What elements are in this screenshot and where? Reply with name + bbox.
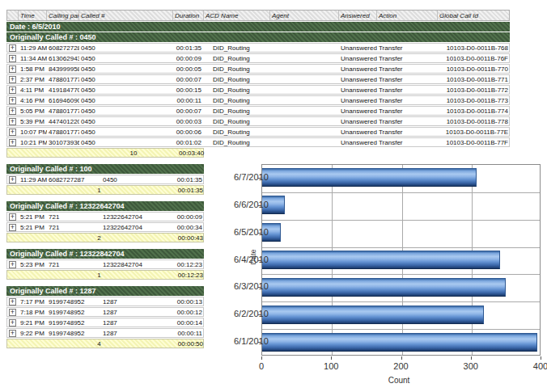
cell-calling: 6082727287 <box>47 176 101 183</box>
summary-total-duration: 00:01:35 <box>150 187 205 194</box>
cell-time: 10:21 PM <box>19 139 47 146</box>
expand-cell: + <box>7 297 19 306</box>
expand-row-button[interactable]: + <box>9 176 16 183</box>
group-header[interactable]: Originally Called # : 100 <box>6 164 204 174</box>
expand-row-button[interactable]: + <box>9 44 16 52</box>
expand-cell: + <box>7 75 19 83</box>
y-tick-mark <box>258 287 261 288</box>
group-summary-row: 100:12:23 <box>6 270 204 280</box>
call-row: +5:21 PM7211232264270400:00:09 <box>6 212 204 221</box>
expand-row-button[interactable]: + <box>9 319 16 327</box>
group-header[interactable]: Originally Called # : 12322842704 <box>6 249 204 259</box>
cell-answered: Unanswered <box>339 118 377 125</box>
expand-cell: + <box>7 117 19 125</box>
cell-calling: 721 <box>47 261 101 268</box>
cell-global_id: 10103-D0-0011B-778 <box>438 118 511 125</box>
cell-calling: 9199748952 <box>47 309 101 316</box>
expand-cell: + <box>7 308 19 316</box>
cell-time: 5:05 PM <box>19 107 47 115</box>
x-tick-mark <box>401 356 402 360</box>
cell-calling: 8439999581 <box>47 65 79 73</box>
cell-duration: 00:00:34 <box>150 224 205 231</box>
cell-called: 1287 <box>101 330 150 337</box>
cell-duration: 00:00:09 <box>150 213 205 221</box>
expand-cell: + <box>7 128 19 136</box>
cell-global_id: 10103-D0-0011B-771 <box>438 76 511 83</box>
cell-called: 0450 <box>79 107 173 115</box>
chart-bar-6-2-2010 <box>262 306 484 324</box>
cell-action: Transfer <box>377 118 438 125</box>
expand-row-button[interactable]: + <box>9 298 16 306</box>
cell-calling: 9199748952 <box>47 298 101 306</box>
cell-called: 1287 <box>101 298 150 306</box>
group-summary-row: 100:01:35 <box>6 185 204 195</box>
group-header[interactable]: Originally Called # : 0450 <box>6 32 510 42</box>
cell-time: 11:34 AM <box>19 55 47 62</box>
cell-global_id: 10103-D0-0011B-76F <box>438 55 511 62</box>
cell-duration: 00:00:09 <box>173 55 204 62</box>
cell-duration: 00:00:14 <box>150 319 205 327</box>
column-header-global-call-id[interactable]: Global Call Id <box>438 11 511 20</box>
cell-global_id: 10103-D0-0011B-77F <box>438 139 511 146</box>
cell-time: 4:16 PM <box>19 97 47 104</box>
cell-called: 12322642704 <box>101 224 150 231</box>
expand-row-button[interactable]: + <box>9 261 16 268</box>
cell-answered: Unanswered <box>339 107 377 115</box>
cell-time: 1:58 PM <box>19 65 47 73</box>
cell-time: 2:37 PM <box>19 76 47 83</box>
expand-row-button[interactable]: + <box>9 55 16 62</box>
expand-row-button[interactable]: + <box>9 224 16 231</box>
y-tick-mark <box>258 260 261 261</box>
expand-cell: + <box>7 96 19 104</box>
expand-row-button[interactable]: + <box>9 330 16 337</box>
cell-acd: DID_Routing <box>204 97 270 104</box>
expand-row-button[interactable]: + <box>9 129 16 136</box>
expand-row-button[interactable]: + <box>9 65 16 73</box>
expand-row-button[interactable]: + <box>9 107 16 115</box>
group-summary-row: 200:00:43 <box>6 233 204 242</box>
cell-answered: Unanswered <box>339 139 377 146</box>
x-tick-label: 400 <box>523 361 547 371</box>
x-tick-mark <box>541 356 541 360</box>
column-header-expand[interactable] <box>7 11 19 20</box>
date-group-header[interactable]: Date : 6/5/2010 <box>6 22 510 32</box>
cell-duration: 00:00:05 <box>173 65 204 73</box>
call-row: +10:07 PM4788017770045000:00:06DID_Routi… <box>6 127 510 137</box>
column-header-duration[interactable]: Duration <box>173 11 204 20</box>
column-header-time[interactable]: Time <box>19 11 47 20</box>
expand-row-button[interactable]: + <box>9 309 16 316</box>
cell-called: 1287 <box>101 309 150 316</box>
cell-calling: 6082727287 <box>47 44 79 52</box>
group-header[interactable]: Originally Called # : 12322642704 <box>6 201 204 211</box>
cell-calling: 4191847701 <box>47 86 79 94</box>
category-separator-gridline <box>262 247 540 248</box>
column-header-agent[interactable]: Agent <box>270 11 339 20</box>
expand-row-button[interactable]: + <box>9 139 16 146</box>
expand-row-button[interactable]: + <box>9 76 16 83</box>
cell-global_id: 10103-D0-0011B-770 <box>438 65 511 73</box>
column-header-called[interactable]: Called # <box>79 11 173 20</box>
cell-action: Transfer <box>377 107 438 115</box>
cell-time: 5:21 PM <box>19 213 47 221</box>
expand-row-button[interactable]: + <box>9 97 16 104</box>
column-header-answered[interactable]: Answered <box>339 11 377 20</box>
column-header-acd-name[interactable]: ACD Name <box>204 11 270 20</box>
cell-duration: 00:00:13 <box>150 298 205 306</box>
x-tick-mark <box>261 356 262 360</box>
call-row: +9:21 PM9199748952128700:00:14 <box>6 318 204 327</box>
call-row: +5:05 PM4788017770045000:00:07DID_Routin… <box>6 106 510 116</box>
expand-row-button[interactable]: + <box>9 118 16 125</box>
expand-row-button[interactable]: + <box>9 86 16 94</box>
chart-bar-6-3-2010 <box>262 278 506 297</box>
expand-cell: + <box>7 329 19 337</box>
cell-called: 0450 <box>79 129 173 136</box>
expand-row-button[interactable]: + <box>9 213 16 221</box>
column-header-action[interactable]: Action <box>377 11 438 20</box>
cell-time: 11:29 AM <box>19 176 47 183</box>
cell-acd: DID_Routing <box>204 86 270 94</box>
x-tick-label: 200 <box>384 361 419 371</box>
group-header[interactable]: Originally Called # : 1287 <box>6 286 204 296</box>
column-header-calling-party[interactable]: Calling party # <box>47 11 79 20</box>
call-row: +4:11 PM4191847701045000:00:15DID_Routin… <box>6 85 510 95</box>
calls-per-day-chart: Count Date 01002003004006/7/20106/6/2010… <box>234 158 547 392</box>
